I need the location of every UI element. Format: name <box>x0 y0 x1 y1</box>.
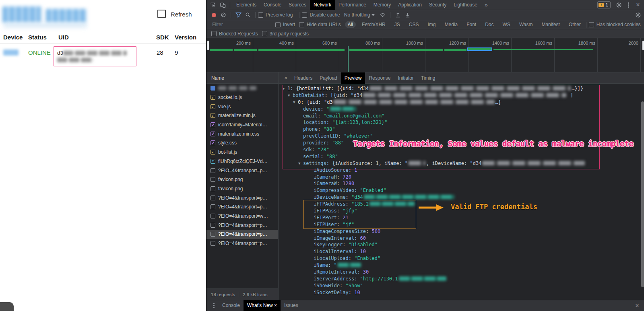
tab-memory[interactable]: Memory <box>370 0 394 10</box>
network-conditions-icon[interactable] <box>378 10 388 19</box>
json-tree-line[interactable]: ▼botDataList: [{uid: "d34 ] <box>279 92 644 99</box>
filter-chip-doc[interactable]: Doc <box>482 21 496 28</box>
expand-arrow-icon[interactable]: ▼ <box>293 99 295 106</box>
drawer-tab-issues[interactable]: Issues <box>281 300 302 311</box>
tab-lighthouse[interactable]: Lighthouse <box>450 0 481 10</box>
timeline-left-handle[interactable] <box>207 41 209 50</box>
scrollbar-thumb[interactable] <box>641 101 644 287</box>
filter-chip-img[interactable]: Img <box>425 21 438 28</box>
json-tree-line[interactable]: phone: "88" <box>279 126 644 133</box>
json-tree-line[interactable]: device: " <box>279 106 644 113</box>
json-tree-line[interactable]: serial: "88" <box>279 153 644 160</box>
expand-arrow-icon[interactable]: ▼ <box>283 85 285 92</box>
import-har-icon[interactable] <box>393 10 402 19</box>
json-tree-line[interactable]: iDeviceName: "d34 <box>279 194 644 201</box>
request-row[interactable]: ?EIO=4&transport=w… <box>206 212 278 221</box>
detail-tab-initiator[interactable]: Initiator <box>394 72 417 84</box>
detail-close-icon[interactable]: × <box>281 74 291 82</box>
json-tree-line[interactable]: iFTPUser: "jf" <box>279 221 644 228</box>
request-row[interactable]: ?EIO=4&transport=p… <box>206 230 278 239</box>
request-row[interactable]: ?EIO=4&transport=p… <box>206 193 278 202</box>
drawer-kebab-icon[interactable] <box>209 301 219 310</box>
tab-sources[interactable]: Sources <box>285 0 310 10</box>
throttling-select[interactable]: No throttling <box>344 12 370 18</box>
json-tree-line[interactable]: iCameraW: 1280 <box>279 180 644 187</box>
json-tree-line[interactable]: iImageInterval: 60 <box>279 235 644 242</box>
json-tree-line[interactable]: iCameraH: 720 <box>279 174 644 181</box>
detail-tab-preview[interactable]: Preview <box>341 72 365 84</box>
record-network-log-icon[interactable] <box>209 10 219 19</box>
filter-chip-manifest[interactable]: Manifest <box>539 21 562 28</box>
filter-chip-all[interactable]: All <box>345 21 356 28</box>
json-tree-line[interactable]: iFTPPort: 21 <box>279 214 644 221</box>
tab-security[interactable]: Security <box>425 0 450 10</box>
disable-cache-checkbox[interactable] <box>302 12 307 18</box>
json-tree-line[interactable]: iName: " <box>279 262 644 269</box>
request-row[interactable]: TflUhRq6tzZclQEJ-Vd… <box>206 157 278 166</box>
expand-arrow-icon[interactable]: ▼ <box>298 160 300 167</box>
refresh-checkbox[interactable] <box>157 10 166 18</box>
drawer-close-icon[interactable]: × <box>632 301 642 310</box>
blocked-requests-checkbox[interactable] <box>211 31 217 36</box>
json-tree-line[interactable]: iServerAddress: "http://130.1 <box>279 276 644 282</box>
request-row[interactable]: bot-list.js <box>206 148 278 157</box>
json-tree-line[interactable]: iShowHide: "Show" <box>279 282 644 289</box>
expand-arrow-icon[interactable]: ▼ <box>288 92 290 99</box>
device-toolbar-icon[interactable] <box>218 0 227 9</box>
search-icon[interactable] <box>243 10 253 19</box>
json-tree-line[interactable]: iKeyLogger: "Disabled" <box>279 241 644 248</box>
json-tree-line[interactable]: iLocalUpload: "Enabled" <box>279 255 644 262</box>
tab-application[interactable]: Application <box>394 0 425 10</box>
tab-console[interactable]: Console <box>260 0 285 10</box>
filter-chip-font[interactable]: Font <box>464 21 479 28</box>
request-row[interactable]: materialize.min.js <box>206 111 278 120</box>
json-tree-line[interactable]: ▼1: {botDataList: [{uid: "d34…}]} <box>279 85 644 92</box>
detail-tab-timing[interactable]: Timing <box>417 72 439 84</box>
tab-performance[interactable]: Performance <box>335 0 370 10</box>
filter-chip-media[interactable]: Media <box>442 21 460 28</box>
request-row[interactable]: style.css <box>206 138 278 148</box>
json-tree-line[interactable]: prevClientID: "whatever" <box>279 133 644 140</box>
hide-data-urls-checkbox[interactable] <box>299 22 304 27</box>
json-tree-line[interactable]: iAudioSource: 1 <box>279 167 644 174</box>
timeline-right-handle[interactable] <box>642 41 644 50</box>
filter-chip-ws[interactable]: WS <box>500 21 513 28</box>
request-row[interactable]: ?EIO=4&transport=p… <box>206 220 278 230</box>
filter-chip-js[interactable]: JS <box>392 21 403 28</box>
preserve-log-checkbox[interactable] <box>258 12 263 18</box>
network-overview-timeline[interactable]: 200 ms400 ms600 ms800 ms1000 ms1200 ms14… <box>206 38 644 72</box>
request-row[interactable]: icon?family=Material… <box>206 120 278 130</box>
tab-network[interactable]: Network <box>310 0 335 10</box>
clear-network-log-icon[interactable] <box>219 10 228 19</box>
devtools-close-icon[interactable]: × <box>633 0 643 9</box>
request-row[interactable]: socket.io.js <box>206 93 278 102</box>
detail-tab-payload[interactable]: Payload <box>316 72 341 84</box>
json-tree-line[interactable]: iLocalInterval: 10 <box>279 248 644 255</box>
json-tree-line[interactable]: ▼0: {uid: "d3…} <box>279 99 644 106</box>
request-row[interactable]: ?EIO=4&transport=p… <box>206 202 278 212</box>
detail-tab-response[interactable]: Response <box>365 72 394 84</box>
request-row[interactable]: vue.js <box>206 102 278 111</box>
filter-chip-other[interactable]: Other <box>566 21 584 28</box>
request-row[interactable] <box>206 84 278 93</box>
json-tree-line[interactable]: ▼settings: {iAudioSource: 1, iName: ", i… <box>279 160 644 167</box>
settings-gear-icon[interactable] <box>614 0 623 9</box>
drawer-tab-close-icon[interactable]: × <box>273 303 277 308</box>
filter-chip-css[interactable]: CSS <box>406 21 422 28</box>
json-tree-line[interactable]: iCompressVideo: "Enabled" <box>279 187 644 194</box>
json-tree-line[interactable]: location: "{lat:123,lon:321}" <box>279 119 644 126</box>
request-row[interactable]: ?EIO=4&transport=p… <box>206 239 278 248</box>
request-row[interactable]: favicon.png <box>206 175 278 184</box>
drawer-tab-console[interactable]: Console <box>219 300 244 311</box>
json-tree-line[interactable]: iRemoteInterval: 30 <box>279 269 644 276</box>
filter-input[interactable] <box>211 21 275 28</box>
filter-chip-fetch-xhr[interactable]: Fetch/XHR <box>359 21 388 28</box>
filter-chip-wasm[interactable]: Wasm <box>516 21 536 28</box>
inspect-element-icon[interactable] <box>208 0 218 9</box>
third-party-checkbox[interactable] <box>262 31 267 36</box>
json-preview-tree[interactable]: ▼1: {botDataList: [{uid: "d34…}]}▼botDat… <box>279 84 644 296</box>
drawer-tab-what-s-new[interactable]: What's New × <box>244 300 281 311</box>
requests-name-header[interactable]: Name <box>206 72 278 84</box>
detail-tab-headers[interactable]: Headers <box>291 72 316 84</box>
has-blocked-cookies-checkbox[interactable] <box>589 22 594 27</box>
